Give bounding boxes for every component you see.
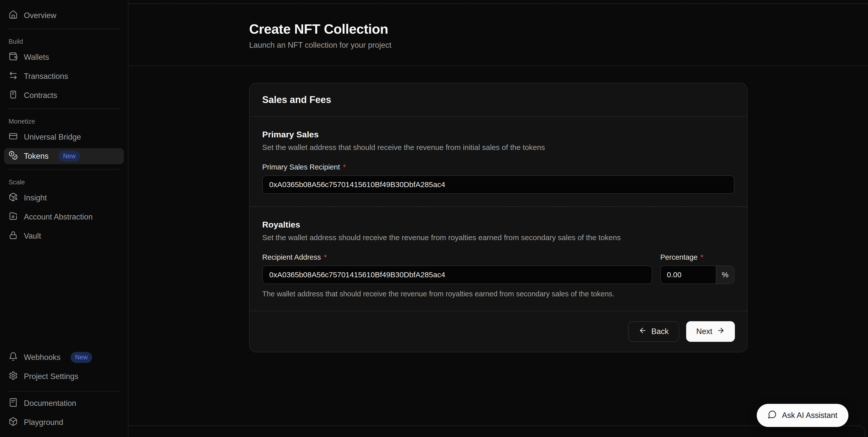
page-subtitle: Launch an NFT collection for your projec… [249, 41, 853, 50]
sidebar-item-account-abstraction[interactable]: Account Abstraction [4, 209, 124, 225]
card-header: Sales and Fees [250, 83, 747, 117]
sidebar-item-label: Transactions [24, 72, 68, 81]
sidebar-item-label: Tokens [24, 152, 49, 161]
chat-bubble-icon [768, 410, 777, 421]
required-asterisk: * [324, 253, 327, 261]
sidebar: Overview Build Wallets Transactions Cont… [0, 0, 128, 437]
arrows-left-right-icon [8, 71, 18, 82]
card-footer: Back Next [250, 311, 747, 352]
smart-account-icon [8, 212, 18, 223]
sidebar-group-label-monetize: Monetize [4, 118, 124, 125]
back-button[interactable]: Back [628, 321, 679, 342]
primary-sales-recipient-input[interactable] [262, 175, 734, 194]
sidebar-divider [8, 29, 119, 29]
sidebar-item-label: Documentation [24, 399, 76, 408]
sidebar-item-insight[interactable]: Insight [4, 190, 124, 206]
sidebar-divider [8, 391, 119, 392]
app-root: Overview Build Wallets Transactions Cont… [0, 0, 868, 437]
sidebar-item-label: Universal Bridge [24, 133, 81, 142]
sidebar-group-label-build: Build [4, 38, 124, 45]
coins-icon [8, 151, 18, 162]
book-icon [8, 398, 18, 409]
new-badge: New [70, 352, 92, 363]
new-badge: New [59, 151, 80, 162]
royalties-section: Royalties Set the wallet address should … [250, 207, 747, 311]
royalty-percentage-label: Percentage * [660, 253, 734, 261]
gear-icon [8, 371, 18, 382]
royalty-recipient-column: Recipient Address * The wallet address t… [262, 253, 652, 298]
percentage-input-group: % [660, 266, 734, 284]
next-button[interactable]: Next [686, 321, 735, 342]
page-title: Create NFT Collection [249, 21, 853, 37]
ask-ai-assistant-button[interactable]: Ask AI Assistant [757, 404, 848, 427]
sidebar-divider [8, 169, 119, 170]
arrow-right-icon [717, 326, 725, 337]
card-title: Sales and Fees [262, 94, 734, 105]
royalty-recipient-input[interactable] [262, 266, 652, 284]
royalty-recipient-label: Recipient Address * [262, 253, 652, 261]
royalty-percentage-column: Percentage * % [660, 253, 734, 298]
required-asterisk: * [343, 163, 346, 171]
primary-sales-description: Set the wallet address that should recei… [262, 143, 734, 152]
page-header: Create NFT Collection Launch an NFT coll… [128, 0, 868, 66]
sidebar-item-label: Insight [24, 193, 47, 202]
sidebar-item-label: Account Abstraction [24, 213, 93, 221]
sidebar-item-contracts[interactable]: Contracts [4, 87, 124, 103]
content-area: Sales and Fees Primary Sales Set the wal… [128, 66, 868, 352]
royalties-heading: Royalties [262, 219, 734, 229]
sidebar-item-documentation[interactable]: Documentation [4, 395, 124, 411]
contract-document-icon [8, 90, 18, 101]
sidebar-item-project-settings[interactable]: Project Settings [4, 369, 124, 384]
lock-icon [8, 230, 18, 242]
credit-card-icon [8, 132, 18, 143]
home-icon [8, 10, 18, 21]
sidebar-item-tokens[interactable]: Tokens New [4, 148, 124, 164]
sidebar-divider [8, 108, 119, 109]
dashed-top-border [128, 3, 868, 4]
cube-icon [8, 417, 18, 428]
royalty-percentage-input[interactable] [661, 266, 716, 284]
bottom-panel-border [128, 426, 865, 437]
royalty-helper-text: The wallet address that should receive t… [262, 289, 652, 298]
royalties-fields-row: Recipient Address * The wallet address t… [262, 253, 734, 298]
sidebar-item-label: Wallets [24, 53, 49, 62]
wallet-icon [8, 52, 18, 63]
sidebar-item-playground[interactable]: Playground [4, 414, 124, 431]
percent-suffix: % [716, 266, 734, 284]
arrow-left-icon [639, 326, 647, 337]
royalties-description: Set the wallet address should receive th… [262, 233, 734, 242]
sidebar-item-webhooks[interactable]: Webhooks New [4, 349, 124, 366]
sidebar-item-vault[interactable]: Vault [4, 228, 124, 244]
sidebar-item-wallets[interactable]: Wallets [4, 49, 124, 65]
primary-sales-heading: Primary Sales [262, 129, 734, 139]
sidebar-item-universal-bridge[interactable]: Universal Bridge [4, 129, 124, 145]
sales-and-fees-card: Sales and Fees Primary Sales Set the wal… [249, 83, 747, 352]
main-content: Create NFT Collection Launch an NFT coll… [128, 0, 868, 437]
sidebar-item-label: Project Settings [24, 372, 79, 381]
sidebar-item-label: Playground [24, 418, 63, 427]
sidebar-item-label: Webhooks [24, 353, 61, 362]
sidebar-item-label: Contracts [24, 91, 57, 100]
required-asterisk: * [701, 253, 703, 261]
sidebar-item-transactions[interactable]: Transactions [4, 68, 124, 84]
sidebar-spacer [4, 244, 124, 349]
bell-icon [8, 352, 18, 363]
sidebar-group-label-scale: Scale [4, 178, 124, 186]
package-search-icon [8, 192, 18, 204]
primary-sales-recipient-label: Primary Sales Recipient * [262, 163, 734, 171]
sidebar-item-label: Overview [24, 11, 56, 20]
sidebar-item-label: Vault [24, 231, 41, 241]
primary-sales-section: Primary Sales Set the wallet address tha… [250, 117, 747, 207]
sidebar-item-overview[interactable]: Overview [4, 7, 124, 24]
